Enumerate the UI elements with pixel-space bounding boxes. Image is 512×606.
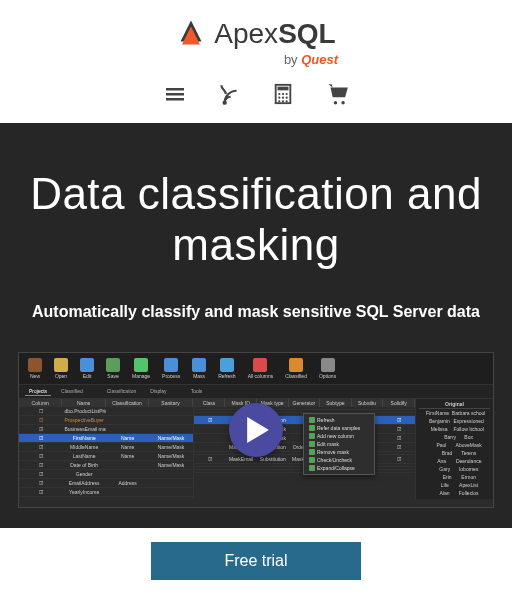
brand-name: ApexSQL — [214, 18, 335, 50]
svg-point-9 — [282, 97, 284, 99]
product-video-preview[interactable]: NewOpenEditSaveManageProcessMassRefreshA… — [18, 352, 494, 508]
svg-point-12 — [282, 100, 284, 102]
toolbar-btn: Open — [49, 356, 73, 381]
menu-icon[interactable] — [162, 81, 188, 107]
brand-logo[interactable]: ApexSQL — [0, 0, 512, 54]
svg-point-5 — [278, 93, 280, 95]
svg-point-6 — [282, 93, 284, 95]
toolbar-btn: Manage — [127, 356, 155, 381]
toolbar-btn: Classified — [280, 356, 312, 381]
calculator-icon[interactable] — [270, 81, 296, 107]
context-menu-item: Expand/Collapse — [306, 464, 372, 472]
toolbar-btn: All columns — [243, 356, 279, 381]
apexsql-logo-icon — [176, 19, 206, 49]
cart-icon[interactable] — [324, 81, 350, 107]
context-menu-item: Refresh — [306, 416, 372, 424]
cta-bar: Free trial — [0, 528, 512, 598]
brand-vendor: by Quest — [110, 52, 512, 67]
preview-panel: Original FirstNameBarbara schoolBenjamin… — [416, 399, 493, 499]
toolbar-btn: Process — [157, 356, 185, 381]
toolbar-btn: Mass — [187, 356, 211, 381]
columns-grid: ColumnNameClassificationSanitary☐dbo.Pro… — [19, 399, 194, 499]
app-toolbar: NewOpenEditSaveManageProcessMassRefreshA… — [19, 353, 493, 385]
context-menu-item: Edit mask — [306, 440, 372, 448]
hero-section: Data classification and masking Automati… — [0, 123, 512, 528]
context-menu-item: Remove mask — [306, 448, 372, 456]
toolbar-btn: Save — [101, 356, 125, 381]
svg-point-13 — [286, 100, 288, 102]
svg-point-10 — [286, 97, 288, 99]
svg-marker-14 — [247, 417, 269, 443]
context-menu-item: Add new column — [306, 432, 372, 440]
context-menu-item: Check/Uncheck — [306, 456, 372, 464]
svg-point-8 — [278, 97, 280, 99]
toolbar-btn: Refresh — [213, 356, 241, 381]
toolbar-btn: Options — [314, 356, 341, 381]
toolbar-btn: New — [23, 356, 47, 381]
play-icon — [247, 417, 269, 443]
top-nav — [0, 67, 512, 123]
play-button[interactable] — [229, 403, 283, 457]
app-tabbar: ProjectsClassified ClassificationDisplay… — [19, 385, 493, 399]
page-title: Data classification and masking — [14, 169, 498, 270]
svg-point-7 — [286, 93, 288, 95]
svg-rect-4 — [278, 87, 289, 91]
svg-point-2 — [223, 101, 227, 105]
context-menu-item: Refer data samples — [306, 424, 372, 432]
toolbar-btn: Edit — [75, 356, 99, 381]
free-trial-button[interactable]: Free trial — [151, 542, 361, 580]
blog-icon[interactable] — [216, 81, 242, 107]
context-menu: RefreshRefer data samplesAdd new columnE… — [303, 413, 375, 475]
svg-point-11 — [278, 100, 280, 102]
page-subtitle: Automatically classify and mask sensitiv… — [14, 300, 498, 324]
